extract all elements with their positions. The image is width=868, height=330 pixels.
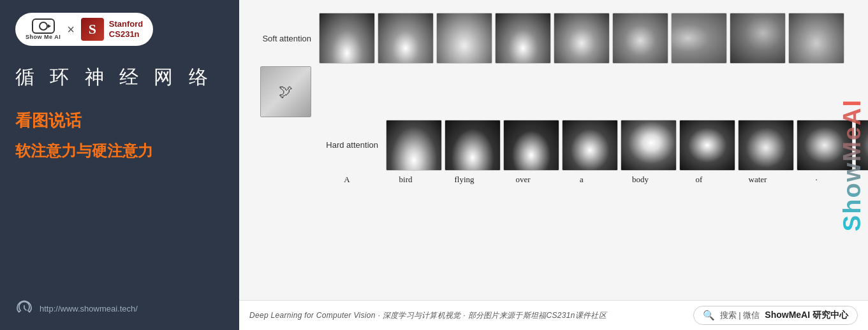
search-box[interactable]: 🔍 搜索 | 微信 ShowMeAI 研究中心: [693, 306, 858, 325]
right-panel: ShowMeAI Soft attention: [239, 0, 868, 330]
soft-img-7: [671, 13, 727, 64]
subtitle2: 软注意力与硬注意力: [15, 141, 224, 161]
word-1: bird: [378, 175, 434, 185]
bird-image: [260, 66, 311, 117]
search-icon: 🔍: [703, 310, 715, 321]
bird-placeholder: [252, 66, 319, 117]
hard-img-6: [679, 120, 735, 171]
soft-img-3: [436, 13, 492, 64]
showme-icon: [32, 18, 55, 34]
soft-grid: [319, 13, 844, 64]
left-panel: Show Me AI × S Stanford CS231n 循 环 神 经 网…: [0, 0, 239, 330]
word-0: A: [319, 175, 375, 185]
main-title: 循 环 神 经 网 络: [15, 64, 224, 90]
soft-img-9: [788, 13, 844, 64]
stanford-course: CS231n: [109, 29, 143, 39]
soft-attention-row: Soft attention: [252, 13, 830, 64]
word-5: body: [612, 175, 668, 185]
soft-img-4: [495, 13, 551, 64]
bottom-bar: Deep Learning for Computer Vision · 深度学习…: [239, 300, 868, 330]
words-row: A bird flying over a body of water ·: [252, 175, 830, 185]
subtitle1: 看图说话: [15, 110, 224, 132]
word-2: flying: [436, 175, 492, 185]
stanford-icon: S: [81, 18, 104, 41]
word-labels: A bird flying over a body of water ·: [319, 175, 844, 185]
url-row: http://www.showmeai.tech/: [15, 293, 224, 317]
hard-img-5: [621, 120, 677, 171]
word-3: over: [495, 175, 551, 185]
content-area: Soft attention: [239, 0, 868, 300]
logo-area: Show Me AI × S Stanford CS231n: [15, 13, 153, 46]
word-8: ·: [788, 175, 844, 185]
soft-label: Soft attention: [252, 34, 319, 43]
word-6: of: [671, 175, 727, 185]
hard-img-4: [562, 120, 618, 171]
hard-grid: [386, 120, 868, 171]
hard-img-8: [797, 120, 853, 171]
soft-img-6: [612, 13, 668, 64]
showme-text: Show Me AI: [26, 34, 61, 40]
hard-img-9: [855, 120, 868, 171]
cross-symbol: ×: [67, 22, 75, 37]
hard-label: Hard attention: [319, 140, 386, 150]
hard-img-7: [738, 120, 794, 171]
hard-img-3: [503, 120, 559, 171]
soft-img-2: [378, 13, 434, 64]
url-text[interactable]: http://www.showmeai.tech/: [40, 304, 138, 313]
stanford-name: Stanford: [109, 19, 143, 29]
soft-img-1: [319, 13, 375, 64]
hard-img-1: [386, 120, 442, 171]
search-brand: ShowMeAI 研究中心: [765, 310, 848, 321]
hard-attention-row: Hard attention: [319, 120, 868, 171]
soft-img-5: [554, 13, 610, 64]
stanford-text: Stanford CS231n: [109, 19, 143, 39]
url-icon: [15, 299, 33, 317]
showme-logo: Show Me AI: [26, 18, 61, 40]
word-7: water: [730, 175, 786, 185]
word-4: a: [554, 175, 610, 185]
attention-section: Soft attention: [252, 13, 830, 294]
search-prefix: 搜索 | 微信: [720, 310, 760, 321]
bottom-text: Deep Learning for Computer Vision · 深度学习…: [249, 310, 607, 321]
soft-img-8: [730, 13, 786, 64]
hard-img-2: [445, 120, 501, 171]
